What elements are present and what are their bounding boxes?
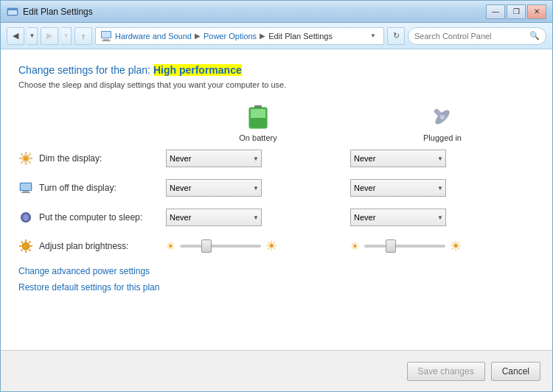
- back-button[interactable]: ◀: [7, 27, 24, 45]
- up-button[interactable]: ↑: [74, 27, 92, 45]
- back-arrow[interactable]: ▼: [27, 27, 38, 45]
- title-bar: Edit Plan Settings — ❒ ✕: [1, 1, 552, 23]
- sleep-plugged-select-wrapper: Never 1 minute 5 minutes 10 minutes 15 m…: [350, 209, 446, 226]
- footer-bar: Save changes Cancel: [1, 350, 552, 391]
- svg-line-38: [21, 250, 23, 251]
- svg-rect-27: [21, 192, 30, 193]
- refresh-button[interactable]: ↻: [387, 27, 405, 45]
- sleep-plugged-select[interactable]: Never 1 minute 5 minutes 10 minutes 15 m…: [350, 209, 446, 226]
- dim-battery-select-wrapper: Never 1 minute 5 minutes 10 minutes 15 m…: [166, 150, 262, 167]
- breadcrumb-sep-1: ▶: [195, 32, 201, 40]
- brightness-plugged-slider[interactable]: [364, 245, 445, 248]
- dim-display-icon: [18, 151, 33, 166]
- plugged-column-header: Plugged in: [350, 104, 535, 142]
- svg-line-20: [21, 154, 23, 155]
- brightness-icon: [18, 239, 33, 253]
- sleep-battery-select-wrapper: Never 1 minute 5 minutes 10 minutes 15 m…: [166, 209, 262, 226]
- minimize-button[interactable]: —: [486, 4, 505, 19]
- svg-line-21: [29, 162, 31, 164]
- plan-name: High performance: [153, 64, 242, 76]
- breadcrumb: Hardware and Sound ▶ Power Options ▶ Edi…: [95, 27, 384, 45]
- battery-icon: [247, 104, 269, 130]
- save-changes-button[interactable]: Save changes: [407, 362, 485, 381]
- breadcrumb-hardware[interactable]: Hardware and Sound: [115, 32, 192, 41]
- breadcrumb-current: Edit Plan Settings: [268, 32, 333, 41]
- settings-columns-header: On battery Plugged in: [18, 104, 535, 142]
- turnoff-battery-select-wrapper: Never 1 minute 5 minutes 10 minutes 15 m…: [166, 179, 262, 197]
- nav-bar: ◀ ▼ ▶ ▼ ↑ Hardware and Sound ▶ Power Opt…: [1, 23, 552, 49]
- title-bar-left: Edit Plan Settings: [7, 6, 93, 18]
- svg-line-22: [29, 154, 31, 155]
- brightness-plugged-max-icon: ☀: [450, 238, 462, 254]
- cancel-button[interactable]: Cancel: [491, 362, 540, 381]
- sleep-battery-wrapper: Never 1 minute 5 minutes 10 minutes 15 m…: [166, 209, 350, 226]
- brightness-plugged-min-icon: ☀: [350, 240, 360, 252]
- svg-rect-10: [251, 118, 265, 127]
- sleep-icon: [18, 210, 33, 225]
- search-icon[interactable]: 🔍: [529, 31, 540, 41]
- turn-off-label: Turn off the display:: [18, 181, 166, 195]
- search-box: 🔍: [408, 27, 546, 45]
- dim-plugged-select-wrapper: Never 1 minute 5 minutes 10 minutes 15 m…: [350, 150, 446, 167]
- svg-rect-25: [21, 183, 31, 190]
- title-text: Edit Plan Settings: [23, 7, 93, 17]
- svg-line-36: [29, 250, 31, 251]
- turn-off-display-row: Turn off the display: Never 1 minute 5 m…: [18, 179, 535, 197]
- page-title: Change settings for the plan: High perfo…: [18, 64, 535, 76]
- turnoff-plugged-select-wrapper: Never 1 minute 5 minutes 10 minutes 15 m…: [350, 179, 446, 197]
- svg-rect-1: [8, 10, 17, 15]
- links-section: Change advanced power settings Restore d…: [18, 266, 535, 293]
- advanced-power-link[interactable]: Change advanced power settings: [18, 266, 535, 276]
- forward-button[interactable]: ▶: [41, 27, 58, 45]
- search-input[interactable]: [414, 32, 526, 41]
- svg-line-37: [29, 242, 31, 243]
- sleep-battery-select[interactable]: Never 1 minute 5 minutes 10 minutes 15 m…: [166, 209, 262, 226]
- window-icon: [7, 6, 18, 18]
- restore-button[interactable]: ❒: [507, 4, 526, 19]
- brightness-row: Adjust plan brightness: ☀ ☀ ☀ ☀: [18, 238, 535, 254]
- brightness-text: Adjust plan brightness:: [39, 241, 128, 251]
- brightness-label: Adjust plan brightness:: [18, 239, 166, 253]
- turn-off-display-text: Turn off the display:: [39, 183, 116, 193]
- battery-col-label: On battery: [239, 133, 276, 142]
- page-title-prefix: Change settings for the plan:: [18, 64, 153, 76]
- forward-arrow[interactable]: ▼: [61, 27, 72, 45]
- svg-point-30: [22, 242, 29, 250]
- dim-display-text: Dim the display:: [39, 153, 102, 164]
- title-controls: — ❒ ✕: [486, 4, 546, 19]
- restore-defaults-link[interactable]: Restore default settings for this plan: [18, 282, 535, 293]
- brightness-battery-max-icon: ☀: [265, 238, 277, 254]
- sleep-plugged-wrapper: Never 1 minute 5 minutes 10 minutes 15 m…: [350, 209, 535, 226]
- brightness-battery-min-icon: ☀: [166, 240, 175, 252]
- breadcrumb-power[interactable]: Power Options: [204, 32, 257, 41]
- computer-icon: [100, 30, 112, 42]
- dim-display-label: Dim the display:: [18, 151, 166, 166]
- svg-rect-26: [23, 191, 29, 192]
- sleep-text: Put the computer to sleep:: [39, 212, 142, 223]
- svg-point-15: [24, 156, 28, 161]
- dim-battery-select[interactable]: Never 1 minute 5 minutes 10 minutes 15 m…: [166, 150, 262, 167]
- turnoff-plugged-select[interactable]: Never 1 minute 5 minutes 10 minutes 15 m…: [350, 179, 446, 197]
- brightness-plugged-slider-container: ☀ ☀: [350, 238, 535, 254]
- svg-line-35: [21, 242, 23, 243]
- sleep-row: Put the computer to sleep: Never 1 minut…: [18, 209, 535, 226]
- close-button[interactable]: ✕: [527, 4, 546, 19]
- dim-display-row: Dim the display: Never 1 minute 5 minute…: [18, 150, 535, 167]
- svg-rect-4: [102, 32, 111, 38]
- svg-line-23: [21, 162, 23, 164]
- svg-rect-2: [7, 8, 18, 10]
- page-subtitle: Choose the sleep and display settings th…: [18, 80, 535, 89]
- dim-plugged-select[interactable]: Never 1 minute 5 minutes 10 minutes 15 m…: [350, 150, 446, 167]
- plugged-in-icon: [431, 104, 453, 130]
- turnoff-battery-select[interactable]: Never 1 minute 5 minutes 10 minutes 15 m…: [166, 179, 262, 197]
- dim-battery-wrapper: Never 1 minute 5 minutes 10 minutes 15 m…: [166, 150, 350, 167]
- svg-point-13: [440, 115, 445, 119]
- brightness-battery-slider[interactable]: [180, 245, 261, 248]
- breadcrumb-dropdown[interactable]: ▼: [367, 28, 379, 44]
- battery-column-header: On battery: [166, 104, 350, 142]
- main-content: Change settings for the plan: High perfo…: [1, 49, 552, 351]
- sleep-label: Put the computer to sleep:: [18, 210, 166, 225]
- window: Edit Plan Settings — ❒ ✕ ◀ ▼ ▶ ▼ ↑ Hardw…: [0, 0, 553, 392]
- svg-rect-5: [103, 39, 109, 41]
- plugged-col-label: Plugged in: [423, 133, 462, 142]
